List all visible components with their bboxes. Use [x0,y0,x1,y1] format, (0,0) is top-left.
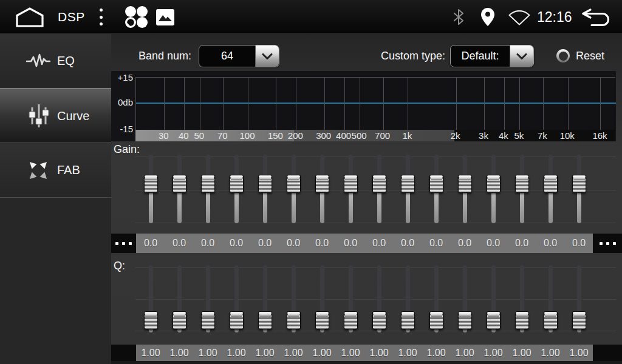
q-slider-2[interactable] [173,265,186,332]
sidebar-item-label: FAB [57,163,80,177]
slider-knob[interactable] [429,311,443,329]
slider-knob[interactable] [458,175,472,193]
gain-slider-2[interactable] [173,155,186,223]
y-axis-label: -15 [111,124,133,134]
slider-knob[interactable] [144,175,158,193]
slider-knob[interactable] [344,311,358,329]
q-slider-16[interactable] [572,265,586,332]
gain-slider-14[interactable] [515,155,529,223]
gain-value: 0.0 [365,234,394,253]
slider-knob[interactable] [401,311,415,329]
slider-knob[interactable] [144,311,158,329]
freq-gridline [164,78,165,130]
back-icon[interactable] [578,8,613,27]
q-slider-9[interactable] [372,265,386,332]
band-num-value: 64 [199,46,255,67]
gain-slider-10[interactable] [401,155,415,223]
slider-knob[interactable] [372,175,386,193]
q-slider-10[interactable] [401,265,415,332]
slider-knob[interactable] [515,311,529,329]
slider-knob[interactable] [487,175,501,193]
slider-knob[interactable] [258,175,272,193]
sidebar-item-curve[interactable]: Curve [0,89,111,143]
slider-knob[interactable] [515,175,529,193]
slider-knob[interactable] [572,311,586,329]
gain-slider-6[interactable] [287,155,301,223]
slider-knob[interactable] [173,311,186,329]
q-slider-13[interactable] [487,265,501,332]
slider-knob[interactable] [487,311,501,329]
q-slider-12[interactable] [458,265,472,332]
home-icon[interactable] [15,7,45,27]
gain-slider-9[interactable] [372,155,386,223]
custom-type-label: Custom type: [381,50,445,62]
gain-slider-11[interactable] [429,155,443,223]
q-slider-5[interactable] [258,265,272,332]
slider-knob[interactable] [315,175,329,193]
slider-knob[interactable] [287,311,301,329]
slider-knob[interactable] [258,311,272,329]
sidebar-item-fab[interactable]: FAB [0,143,111,198]
apps-icon[interactable] [124,5,148,29]
gain-value: 0.0 [508,234,536,253]
gallery-icon[interactable] [156,9,174,25]
gain-more-left-button[interactable] [111,234,136,253]
q-slider-11[interactable] [429,265,443,332]
gain-value: 0.0 [451,234,479,253]
freq-axis[interactable]: 304050701001502003004005007001k2k3k4k5k7… [135,130,615,141]
gain-value: 0.0 [479,234,508,253]
gain-slider-15[interactable] [544,155,558,223]
q-slider-3[interactable] [201,265,215,332]
slider-knob[interactable] [401,175,415,193]
slider-knob[interactable] [429,175,443,193]
reset-radio-button[interactable] [556,49,570,62]
q-slider-1[interactable] [144,265,158,332]
gain-slider-5[interactable] [258,155,272,223]
gain-slider-3[interactable] [201,155,215,223]
gain-slider-16[interactable] [572,155,586,223]
gain-slider-4[interactable] [230,155,244,223]
slider-knob[interactable] [344,175,358,193]
custom-type-dropdown[interactable]: Default: [450,45,534,67]
q-slider-8[interactable] [344,265,358,332]
gain-value: 0.0 [279,234,308,253]
gain-value: 0.0 [251,234,279,253]
slider-knob[interactable] [544,175,558,193]
y-axis-label: +15 [111,72,133,83]
freq-tick-label: 500 [347,130,371,141]
eq-graph: +15 0db -15 3040507010015020030040050070… [111,71,616,141]
slider-knob[interactable] [173,175,186,193]
slider-knob[interactable] [544,311,558,329]
slider-knob[interactable] [201,175,215,193]
dsp-curve-panel: Band num: 64 Custom type: Default: Reset… [111,34,622,364]
slider-knob[interactable] [230,311,244,329]
slider-knob[interactable] [315,311,329,329]
gain-slider-8[interactable] [344,155,358,223]
band-num-dropdown[interactable]: 64 [199,45,279,67]
menu-dots-icon[interactable] [97,8,105,25]
q-slider-15[interactable] [544,265,558,332]
freq-gridline [383,78,384,130]
q-value: 1.00 [165,345,194,361]
slider-knob[interactable] [287,175,301,193]
slider-knob[interactable] [201,311,215,329]
slider-knob[interactable] [230,175,244,193]
gain-more-right-button[interactable] [593,234,622,253]
q-value: 1.00 [508,345,536,361]
q-slider-7[interactable] [315,265,329,332]
freq-tick-label: 16k [587,130,612,141]
gain-slider-12[interactable] [458,155,472,223]
gain-slider-13[interactable] [487,155,501,223]
gain-value: 0.0 [337,234,365,253]
freq-gridline [296,78,296,130]
gain-slider-7[interactable] [315,155,329,223]
q-slider-4[interactable] [230,265,244,332]
gain-label: Gain: [114,143,140,156]
slider-knob[interactable] [458,311,472,329]
sidebar-item-eq[interactable]: EQ [0,34,111,89]
slider-knob[interactable] [572,175,586,193]
slider-knob[interactable] [372,311,386,329]
q-slider-14[interactable] [515,265,529,332]
q-slider-6[interactable] [287,265,301,332]
gain-slider-1[interactable] [144,155,158,223]
